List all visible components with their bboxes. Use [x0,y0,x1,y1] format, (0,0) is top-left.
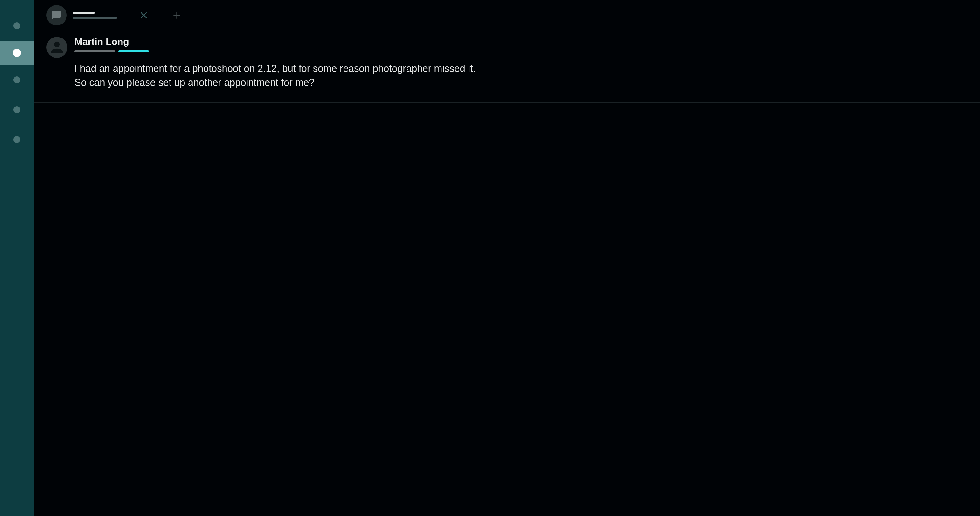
placeholder-line [73,17,117,19]
message-item: Martin Long I had an appointment for a p… [34,30,980,103]
main-panel: Martin Long I had an appointment for a p… [34,0,980,516]
app-root: Martin Long I had an appointment for a p… [0,0,980,516]
tab-close-button[interactable] [135,7,152,24]
nav-item-2[interactable] [0,65,34,95]
nav-item-3[interactable] [0,95,34,125]
chat-tab[interactable] [46,0,160,30]
nav-dot-icon [13,22,21,29]
message-text: I had an appointment for a photoshoot on… [75,62,967,90]
nav-item-1[interactable] [0,41,34,65]
nav-dot-icon [13,106,21,113]
message-body: Martin Long I had an appointment for a p… [75,36,967,90]
tab-title-placeholder [73,12,117,19]
sender-name: Martin Long [75,36,967,47]
message-header: Martin Long [75,36,967,52]
chat-icon [46,5,67,25]
nav-item-4[interactable] [0,125,34,154]
nav-rail [0,0,34,516]
placeholder-line [118,50,149,52]
placeholder-line [75,50,115,52]
nav-dot-icon [13,76,21,83]
nav-dot-icon [13,136,21,143]
placeholder-line [73,12,95,14]
sender-avatar[interactable] [46,37,67,58]
close-icon [139,11,148,20]
message-meta-placeholder [75,50,967,52]
tab-add-button[interactable] [169,7,185,24]
message-list: Martin Long I had an appointment for a p… [34,30,980,516]
nav-item-0[interactable] [0,11,34,41]
tab-bar [34,0,980,30]
person-icon [50,40,64,54]
nav-dot-icon [13,49,21,57]
plus-icon [172,10,182,21]
